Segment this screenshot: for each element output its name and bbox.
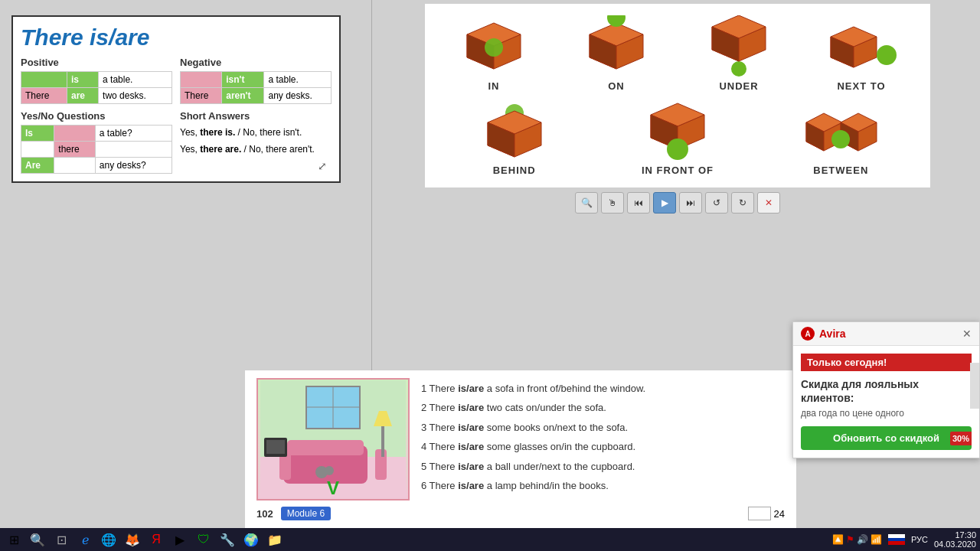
search-taskbar[interactable]: 🔍 [28,530,47,549]
prepositions-box: IN ON [425,4,930,187]
table-row: isn't a table. [181,72,332,88]
ie-icon: ℯ [82,533,89,547]
prep-under-label: UNDER [719,80,758,92]
taskbar-right: 🔼 ⚑ 🔊 📶 РУС 17:30 04.03.2020 [832,530,976,549]
prep-behind-image [476,99,553,161]
svg-point-8 [731,61,746,77]
avira-close-button[interactable]: ✕ [962,328,972,340]
explorer-button[interactable]: 📁 [265,530,285,549]
start-button[interactable]: ⊞ [4,530,24,549]
expand-button[interactable]: ⤢ [318,160,333,175]
avira-icon: A [801,327,815,341]
cell: a table. [99,72,172,88]
short-answers-section: Short Answers Yes, there is. / No, there… [180,110,332,174]
answer-line-2: Yes, there are. / No, there aren't. [180,142,332,158]
browser2-button[interactable]: 🌍 [241,530,261,549]
cell: are [67,88,98,104]
avira-panel: A Avira ✕ Только сегодня! Скидка для лоя… [792,321,980,458]
cell: aren't [222,88,264,104]
prep-behind-label: BEHIND [493,165,536,176]
negative-section: Negative isn't a table. There aren't any… [180,57,332,104]
page-num-right: 24 [774,508,785,520]
cell: There [21,88,67,104]
tray-icon-1: 🔼 [832,534,844,545]
prep-in-front-of: IN FRONT OF [599,99,755,176]
ie-button[interactable]: ℯ [75,530,95,549]
svg-rect-40 [375,449,387,480]
yandex-button[interactable]: Я [146,530,166,549]
next-btn[interactable]: ⏭ [679,192,702,214]
kaspersky-icon: 🛡 [198,533,210,546]
browser2-icon: 🌍 [243,533,259,547]
undo-btn[interactable]: ↺ [705,192,728,214]
cursor-btn[interactable]: 🖱 [601,192,624,214]
prep-between-label: BETWEEN [813,165,868,176]
firefox-button[interactable]: 🦊 [122,530,142,549]
negative-table: isn't a table. There aren't any desks. [180,71,332,104]
avira-discount-badge: 30% [950,432,972,445]
language-flag [888,534,905,545]
avira-logo: A Avira [801,327,846,341]
chrome-button[interactable]: 🌐 [99,530,119,549]
prev-btn[interactable]: ⏮ [627,192,650,214]
prep-in-label: IN [488,80,500,92]
avira-promo-sub: два года по цене одного [801,408,972,419]
tray-icon-3: 🔊 [857,534,868,545]
yandex-icon: Я [152,533,161,546]
play-btn[interactable]: ▶ [653,192,676,214]
tools-button[interactable]: 🔧 [217,530,237,549]
svg-point-30 [831,130,850,148]
taskbar: ⊞ 🔍 ⊡ ℯ 🌐 🦊 Я ▶ 🛡 🔧 🌍 📁 🔼 ⚑ 🔊 📶 [0,528,980,551]
media-button[interactable]: ▶ [170,530,190,549]
cell [21,72,67,88]
answer-line-1: Yes, there is. / No, there isn't. [180,125,332,142]
page-number: 102 [256,508,273,520]
svg-point-46 [325,466,334,475]
page-footer: 102 Module 6 24 [256,507,785,520]
tray-icon-2: ⚑ [846,534,854,545]
positive-table: is a table. There are two desks. [21,71,172,104]
svg-rect-38 [287,440,364,455]
language-label: РУС [911,535,928,544]
table-row: there [21,142,172,158]
search-btn[interactable]: 🔍 [575,192,598,214]
checkmark: V [327,478,339,499]
svg-rect-42 [266,440,285,454]
table-row: is a table. [21,72,172,88]
prep-on: ON [559,15,674,92]
cell: any desks? [95,158,172,174]
explorer-icon: 📁 [267,533,283,547]
positive-label: Positive [21,57,172,68]
system-tray: 🔼 ⚑ 🔊 📶 [832,534,882,545]
close-btn[interactable]: ✕ [757,192,780,214]
prep-in-image [456,15,532,77]
table-row: Are any desks? [21,158,172,174]
cell: Is [21,126,54,142]
cell [54,158,96,174]
tools-icon: 🔧 [220,533,235,547]
cell [181,72,222,88]
clock: 17:30 04.03.2020 [934,530,976,549]
avira-scrollbar[interactable] [970,363,979,409]
chrome-icon: 🌐 [101,533,116,547]
avira-body: Только сегодня! Скидка для лояльных клие… [793,346,979,458]
kaspersky-button[interactable]: 🛡 [194,530,214,549]
svg-point-7 [607,15,626,27]
avira-promo-title: Скидка для лояльных клиентов: [801,377,972,405]
table-row: There are two desks. [21,88,172,104]
task-view-button[interactable]: ⊡ [51,530,71,549]
cell: isn't [222,72,264,88]
avira-update-button[interactable]: Обновить со скидкой [801,426,972,450]
cell: is [67,72,98,88]
cell: a table. [264,72,332,88]
prep-grid-bottom: BEHIND IN FRONT OF [436,99,919,176]
redo-btn[interactable]: ↻ [731,192,754,214]
table-row: Is a table? [21,126,172,142]
module-badge: Module 6 [281,507,331,520]
yesno-table: Is a table? there Are any desks? [21,125,172,174]
grammar-sections: Positive is a table. There are two desks… [21,57,332,104]
svg-point-3 [485,38,503,57]
firefox-icon: 🦊 [125,533,140,547]
prep-in: IN [436,15,551,92]
date: 04.03.2020 [934,540,976,549]
